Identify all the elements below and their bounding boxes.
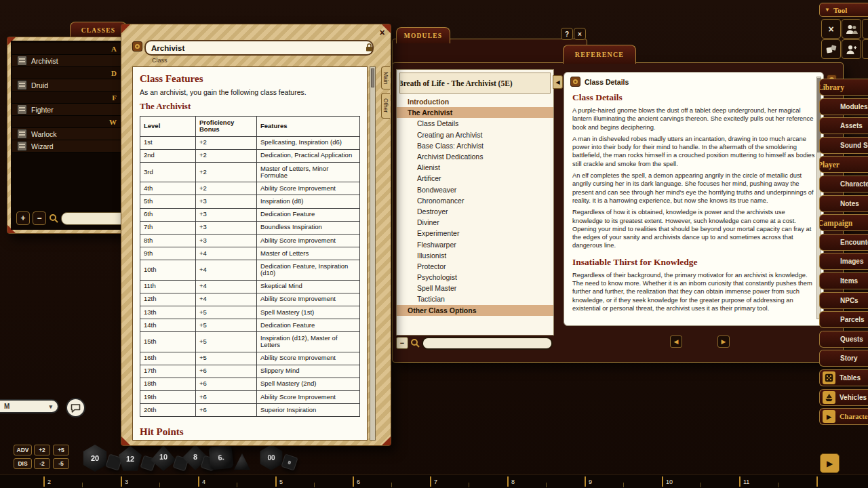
table-cell: 6th bbox=[140, 208, 196, 221]
sidebar-item-npcs[interactable]: NPCs bbox=[819, 292, 868, 309]
reference-nav-item[interactable]: Other Class Options bbox=[397, 305, 553, 316]
chat-bubble-button[interactable] bbox=[66, 398, 85, 418]
table-cell: +3 bbox=[196, 208, 257, 221]
remove-class-button[interactable]: − bbox=[33, 211, 46, 225]
help-button[interactable]: ? bbox=[561, 28, 573, 40]
players-button[interactable] bbox=[842, 19, 861, 39]
modifier-button-minus2[interactable]: -2 bbox=[34, 458, 50, 469]
table-cell: Boundless Inspiration bbox=[257, 221, 360, 234]
die-d100[interactable]: 00 bbox=[258, 445, 284, 470]
table-cell: +6 bbox=[196, 378, 257, 390]
article-paragraph: A man in disheveled robes madly utters a… bbox=[572, 135, 815, 168]
record-link-icon[interactable] bbox=[132, 41, 142, 52]
modules-window-tab[interactable]: MODULES bbox=[396, 27, 450, 43]
reference-window-tab[interactable]: REFERENCE bbox=[563, 45, 636, 64]
reference-nav-item[interactable]: Bondweaver bbox=[397, 184, 553, 195]
dice-icon bbox=[826, 44, 837, 55]
reference-nav-item[interactable]: Creating an Archivist bbox=[397, 129, 553, 140]
modules-close-button[interactable]: × bbox=[574, 28, 586, 40]
die-d12[interactable]: 12 bbox=[117, 446, 143, 472]
modifier-button-plus5[interactable]: +5 bbox=[53, 445, 69, 455]
sidebar-item-player[interactable]: Player bbox=[819, 156, 868, 173]
sidebar-item-characters[interactable]: Characters bbox=[819, 176, 868, 192]
history-forward-button[interactable]: ▶ bbox=[717, 336, 730, 348]
toolbar-button-partial[interactable] bbox=[862, 39, 868, 59]
reference-nav-item[interactable]: Class Details bbox=[397, 118, 553, 129]
hotkey-tick-minor bbox=[469, 483, 469, 487]
modifier-button-plus2[interactable]: +2 bbox=[34, 445, 50, 455]
die-d10[interactable]: 10 bbox=[151, 445, 176, 471]
table-cell: +3 bbox=[196, 195, 257, 208]
table-cell: 9th bbox=[140, 247, 196, 260]
sidebar-item-characters[interactable]: ▶Characters bbox=[819, 408, 868, 425]
die-d6[interactable]: 6. bbox=[208, 445, 233, 470]
reference-nav-item[interactable]: Experimenter bbox=[397, 228, 553, 239]
reference-nav-item[interactable]: Chronomancer bbox=[397, 195, 553, 206]
sidebar-item-label: Images bbox=[840, 258, 863, 265]
sidebar-item-library[interactable]: Library bbox=[819, 79, 868, 96]
reference-nav-item[interactable]: Psychologist bbox=[397, 272, 553, 283]
table-cell: 7th bbox=[140, 221, 196, 234]
chat-identity-selector[interactable]: M ▾ bbox=[0, 399, 59, 413]
reference-nav-item[interactable]: Illusionist bbox=[397, 250, 553, 261]
reference-nav-item[interactable]: The Archivist bbox=[397, 107, 553, 118]
die-d20[interactable]: 20 bbox=[81, 445, 108, 472]
sidebar-item-campaign[interactable]: Campaign bbox=[819, 214, 868, 231]
record-link-icon[interactable] bbox=[570, 77, 580, 87]
record-tab-other[interactable]: Other bbox=[381, 93, 390, 118]
sidebar-item-tables[interactable]: Tables bbox=[819, 369, 868, 386]
history-back-button[interactable]: ◀ bbox=[670, 336, 682, 348]
sidebar-item-notes[interactable]: Notes bbox=[819, 195, 868, 212]
reference-nav-item[interactable]: Archivist Dedications bbox=[397, 151, 553, 162]
die-small-5[interactable]: 0 bbox=[281, 453, 298, 470]
play-button[interactable]: ▶ bbox=[820, 453, 840, 473]
hotkey-bar[interactable]: 234567891011 bbox=[0, 474, 868, 488]
close-all-windows-button[interactable]: × bbox=[821, 19, 841, 39]
sidebar-item-sound-sets[interactable]: Sound Sets bbox=[819, 137, 868, 154]
sidebar-item-images[interactable]: Images bbox=[819, 253, 868, 270]
sidebar-item-story[interactable]: Story bbox=[819, 350, 868, 367]
hotkey-tick-minor bbox=[546, 483, 547, 487]
reference-nav-item[interactable]: Artificer bbox=[397, 173, 553, 184]
lock-icon[interactable] bbox=[366, 42, 373, 54]
add-character-button[interactable] bbox=[842, 39, 861, 59]
tool-menu-button[interactable]: ▼ Tool bbox=[819, 3, 868, 17]
sidebar-item-quests[interactable]: Quests bbox=[819, 331, 868, 348]
sidebar-item-modules[interactable]: Modules bbox=[819, 98, 868, 115]
window-scrollbar[interactable] bbox=[370, 66, 376, 441]
table-cell: Dedication Feature bbox=[257, 208, 360, 221]
reference-nav-item[interactable]: Diviner bbox=[397, 217, 553, 228]
reference-nav-item[interactable]: Tactician bbox=[397, 293, 553, 304]
close-icon[interactable]: × bbox=[377, 27, 387, 37]
toolbar-button-partial[interactable] bbox=[862, 19, 868, 39]
sidebar-item-vehicles[interactable]: Vehicles bbox=[819, 389, 868, 406]
table-cell: +5 bbox=[196, 331, 257, 352]
reference-nav-item[interactable]: Destroyer bbox=[397, 206, 553, 217]
record-tab-main[interactable]: Main bbox=[381, 66, 390, 89]
record-name-field[interactable] bbox=[144, 40, 374, 56]
add-class-button[interactable]: + bbox=[16, 211, 30, 225]
sidebar-item-parcels[interactable]: Parcels bbox=[819, 311, 868, 328]
dice-tower-button[interactable] bbox=[821, 39, 841, 59]
collapse-panel-icon[interactable]: ◀ bbox=[553, 75, 563, 89]
sidebar-item-encounters[interactable]: Encounters bbox=[819, 234, 868, 251]
reference-nav-item[interactable]: Alienist bbox=[397, 162, 553, 173]
reference-nav-item[interactable]: Spell Master bbox=[397, 283, 553, 293]
modifier-button-dis[interactable]: DIS bbox=[14, 458, 32, 469]
classes-window-tab[interactable]: CLASSES bbox=[70, 22, 127, 38]
reference-search-input[interactable] bbox=[422, 337, 553, 350]
reference-nav-item[interactable]: Protector bbox=[397, 261, 553, 272]
sidebar-item-items[interactable]: Items bbox=[819, 272, 868, 289]
reference-nav-item[interactable]: Base Class: Archivist bbox=[397, 140, 553, 151]
modifier-button-adv[interactable]: ADV bbox=[14, 445, 32, 455]
die-d4[interactable] bbox=[233, 453, 251, 470]
sidebar-item-label: Sound Sets bbox=[840, 142, 868, 149]
sidebar-item-assets[interactable]: Assets bbox=[819, 117, 868, 134]
article-paragraph: A purple-haired gnome blows the dust off… bbox=[572, 106, 815, 131]
corner-accent bbox=[121, 24, 130, 33]
hotkey-tick bbox=[585, 476, 586, 487]
modifier-button-minus5[interactable]: -5 bbox=[53, 458, 69, 469]
reference-nav-item[interactable]: Fleshwarper bbox=[397, 239, 553, 249]
reference-nav-item[interactable]: Introduction bbox=[397, 96, 553, 107]
reference-remove-button[interactable]: − bbox=[396, 337, 408, 349]
